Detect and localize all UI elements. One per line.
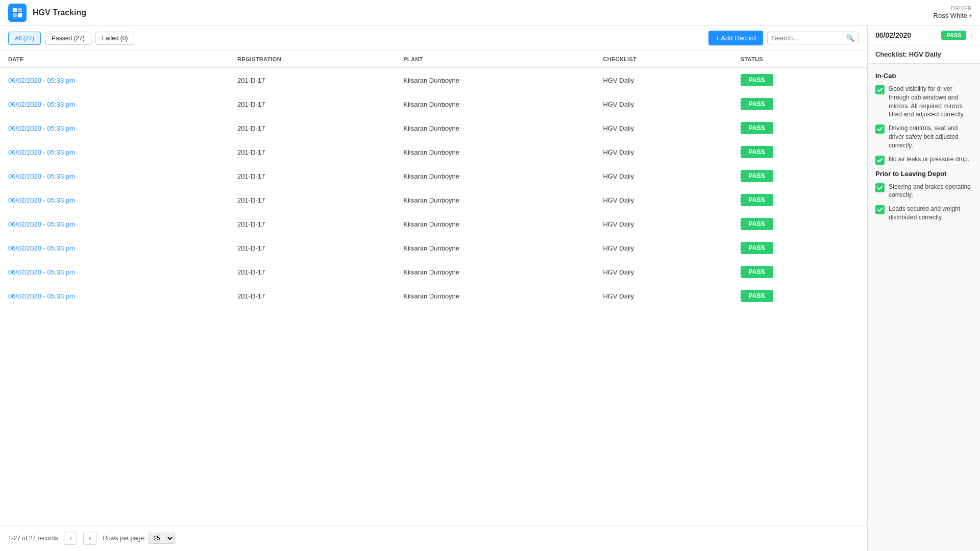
next-page-button[interactable]: › [83,532,96,545]
cell-checklist: HGV Daily [595,188,732,212]
rows-select[interactable]: 25 10 50 100 [149,533,175,544]
cell-registration: 201-D-17 [229,284,395,308]
pagination: 1-27 of 27 records ‹ › Rows per page: 25… [0,525,867,551]
detail-status-badge: PASS [941,31,966,40]
svg-rect-0 [13,8,17,12]
cell-date[interactable]: 06/02/2020 - 05:33 pm [0,284,229,308]
check-icon [875,205,885,214]
cell-status: PASS [732,164,867,188]
cell-date[interactable]: 06/02/2020 - 05:33 pm [0,68,229,92]
cell-checklist: HGV Daily [595,164,732,188]
cell-checklist: HGV Daily [595,92,732,116]
rows-label: Rows per page: [103,535,145,542]
tab-all[interactable]: All (27) [8,32,41,45]
add-record-button[interactable]: + Add Record [708,31,763,45]
topnav: HGV Tracking DRIVER Ross White ▾ [0,0,980,26]
check-icon [875,85,885,94]
col-registration: REGISTRATION [229,51,395,68]
check-item-text: Steering and brakes operating correctly. [889,183,973,200]
check-item-text: No air leaks or pressure drop. [889,155,969,164]
table-row: 06/02/2020 - 05:33 pm 201-D-17 Kilsaran … [0,284,867,308]
col-date: DATE [0,51,229,68]
cell-status: PASS [732,68,867,92]
cell-status: PASS [732,260,867,284]
records-table: DATE REGISTRATION PLANT CHECKLIST STATUS… [0,51,867,308]
section-title: In-Cab [875,72,973,80]
table-container: DATE REGISTRATION PLANT CHECKLIST STATUS… [0,51,867,525]
cell-status: PASS [732,212,867,236]
checklist-item: Steering and brakes operating correctly. [875,183,973,200]
driver-label: DRIVER [934,5,972,12]
search-input[interactable] [772,34,843,42]
cell-date[interactable]: 06/02/2020 - 05:33 pm [0,236,229,260]
cell-registration: 201-D-17 [229,236,395,260]
detail-date: 06/02/2020 [875,31,937,39]
svg-rect-1 [18,8,22,12]
table-row: 06/02/2020 - 05:33 pm 201-D-17 Kilsaran … [0,164,867,188]
cell-date[interactable]: 06/02/2020 - 05:33 pm [0,92,229,116]
app-title: HGV Tracking [33,8,86,17]
app-logo [8,4,27,22]
cell-plant: Kilsaran Dunboyne [395,92,595,116]
cell-date[interactable]: 06/02/2020 - 05:33 pm [0,212,229,236]
cell-checklist: HGV Daily [595,140,732,164]
cell-status: PASS [732,236,867,260]
cell-plant: Kilsaran Dunboyne [395,140,595,164]
cell-date[interactable]: 06/02/2020 - 05:33 pm [0,140,229,164]
cell-plant: Kilsaran Dunboyne [395,236,595,260]
right-panel: 06/02/2020 PASS › Checklist: HGV Daily I… [868,26,980,551]
col-plant: PLANT [395,51,595,68]
cell-checklist: HGV Daily [595,116,732,140]
main-layout: All (27) Passed (27) Failed (0) + Add Re… [0,26,980,551]
table-row: 06/02/2020 - 05:33 pm 201-D-17 Kilsaran … [0,236,867,260]
toolbar: All (27) Passed (27) Failed (0) + Add Re… [0,26,867,51]
cell-plant: Kilsaran Dunboyne [395,284,595,308]
cell-checklist: HGV Daily [595,68,732,92]
cell-checklist: HGV Daily [595,284,732,308]
tab-failed[interactable]: Failed (0) [95,32,135,45]
detail-chevron-icon[interactable]: › [970,31,973,39]
cell-checklist: HGV Daily [595,236,732,260]
chevron-down-icon: ▾ [969,12,972,19]
check-item-text: Loads secured and weight distributed cor… [889,205,973,222]
driver-info: DRIVER Ross White ▾ [934,5,972,20]
tab-passed[interactable]: Passed (27) [45,32,91,45]
cell-registration: 201-D-17 [229,212,395,236]
checklist-body: In-Cab Good visibility for driver throug… [868,64,980,551]
cell-date[interactable]: 06/02/2020 - 05:33 pm [0,116,229,140]
cell-date[interactable]: 06/02/2020 - 05:33 pm [0,260,229,284]
check-icon [875,183,885,192]
col-status: STATUS [732,51,867,68]
section-title: Prior to Leaving Depot [875,170,973,178]
cell-registration: 201-D-17 [229,116,395,140]
driver-name[interactable]: Ross White ▾ [934,12,972,20]
cell-registration: 201-D-17 [229,68,395,92]
cell-date[interactable]: 06/02/2020 - 05:33 pm [0,188,229,212]
prev-page-button[interactable]: ‹ [64,532,77,545]
cell-registration: 201-D-17 [229,140,395,164]
cell-plant: Kilsaran Dunboyne [395,212,595,236]
checklist-name: HGV Daily [909,51,941,58]
cell-registration: 201-D-17 [229,188,395,212]
checklist-label-row: Checklist: HGV Daily [868,45,980,64]
cell-status: PASS [732,188,867,212]
pagination-summary: 1-27 of 27 records [8,535,58,542]
checklist-item: No air leaks or pressure drop. [875,155,973,165]
check-item-text: Good visibility for driver through cab w… [889,85,973,119]
cell-plant: Kilsaran Dunboyne [395,116,595,140]
cell-status: PASS [732,140,867,164]
svg-rect-3 [18,13,22,17]
checklist-item: Driving controls, seat and driver safety… [875,124,973,149]
table-row: 06/02/2020 - 05:33 pm 201-D-17 Kilsaran … [0,140,867,164]
left-panel: All (27) Passed (27) Failed (0) + Add Re… [0,26,868,551]
table-row: 06/02/2020 - 05:33 pm 201-D-17 Kilsaran … [0,92,867,116]
table-row: 06/02/2020 - 05:33 pm 201-D-17 Kilsaran … [0,212,867,236]
cell-registration: 201-D-17 [229,164,395,188]
search-icon: 🔍 [846,34,854,42]
cell-plant: Kilsaran Dunboyne [395,260,595,284]
check-icon [875,156,885,165]
cell-date[interactable]: 06/02/2020 - 05:33 pm [0,164,229,188]
cell-status: PASS [732,92,867,116]
table-row: 06/02/2020 - 05:33 pm 201-D-17 Kilsaran … [0,188,867,212]
col-checklist: CHECKLIST [595,51,732,68]
